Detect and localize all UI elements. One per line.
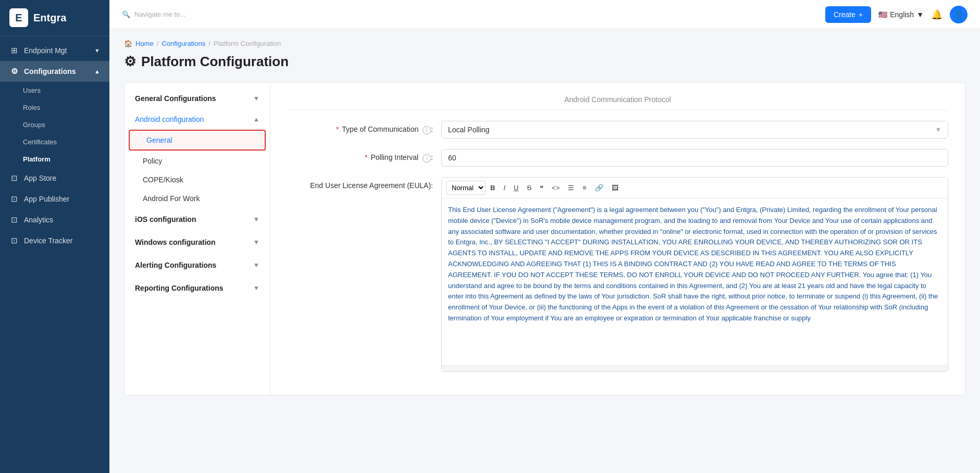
editor-underline-button[interactable]: U <box>510 182 522 194</box>
search-bar[interactable]: 🔍 Navigate me to... <box>122 10 330 18</box>
chevron-down-icon: ▼ <box>253 262 259 269</box>
general-configurations-label: General Configurations <box>135 94 216 103</box>
device-tracker-icon: ⊡ <box>9 236 19 245</box>
user-avatar[interactable]: 👤 <box>950 6 967 23</box>
reporting-configurations-header[interactable]: Reporting Configurations ▼ <box>125 277 270 300</box>
type-of-communication-select[interactable]: Local Polling ▼ <box>441 121 948 139</box>
eula-text: This End User License Agreement ("Agreem… <box>448 206 938 322</box>
editor-horizontal-scrollbar[interactable] <box>442 365 948 371</box>
config-item-cope-kiosk[interactable]: COPE/Kiosk <box>125 170 270 189</box>
topbar-right: Create + 🇺🇸 English ▼ 🔔 👤 <box>825 6 967 23</box>
eula-label-text: End User License Agreement (EULA): <box>310 181 433 190</box>
sidebar-item-users[interactable]: Users <box>17 82 109 99</box>
editor-code-button[interactable]: <> <box>548 182 563 194</box>
panel-section-title: Android Communication Protocol <box>287 95 948 110</box>
language-selector[interactable]: 🇺🇸 English ▼ <box>878 10 924 19</box>
type-of-communication-control: Local Polling ▼ <box>441 121 948 139</box>
sidebar-item-endpoint-mgt[interactable]: ⊞ Endpoint Mgt ▼ <box>0 40 109 61</box>
sidebar-item-roles[interactable]: Roles <box>17 99 109 116</box>
windows-configuration-label: Windows configuration <box>135 238 216 246</box>
sidebar-item-certificates[interactable]: Certificates <box>17 133 109 151</box>
chevron-down-icon: ▼ <box>94 47 100 54</box>
info-icon[interactable]: i <box>423 126 431 134</box>
chevron-up-icon: ▲ <box>253 116 259 123</box>
sidebar-label-endpoint-mgt: Endpoint Mgt <box>24 46 67 55</box>
logo-text: Entgra <box>33 12 66 24</box>
breadcrumb-sep2: / <box>208 40 210 47</box>
create-label: Create <box>834 10 855 19</box>
chevron-down-icon: ▼ <box>253 284 259 292</box>
breadcrumb: 🏠 Home / Configurations / Platform Confi… <box>124 40 965 47</box>
sidebar-label-device-tracker: Device Tracker <box>24 236 72 245</box>
editor-content[interactable]: This End User License Agreement ("Agreem… <box>442 198 948 365</box>
alerting-configurations-header[interactable]: Alerting Configurations ▼ <box>125 254 270 277</box>
editor-bold-button[interactable]: B <box>487 182 499 194</box>
editor-ordered-list-button[interactable]: ≡ <box>579 182 590 194</box>
analytics-icon: ⊡ <box>9 215 19 225</box>
sidebar-item-analytics[interactable]: ⊡ Analytics <box>0 209 109 230</box>
config-menu: General Configurations ▼ Android configu… <box>125 83 270 395</box>
android-configuration-header[interactable]: Android configuration ▲ <box>125 110 270 129</box>
form-row-polling-interval: * Polling Interval i: <box>287 149 948 167</box>
info-icon[interactable]: i <box>423 154 431 163</box>
sidebar-label-groups: Groups <box>23 121 45 129</box>
gear-icon: ⚙ <box>9 67 19 76</box>
alerting-configurations-label: Alerting Configurations <box>135 261 216 269</box>
sidebar-nav: ⊞ Endpoint Mgt ▼ ⚙ Configurations ▲ User… <box>0 36 109 473</box>
sidebar-item-device-tracker[interactable]: ⊡ Device Tracker <box>0 230 109 251</box>
page-title-icon: ⚙ <box>124 54 136 70</box>
grid-icon: ⊞ <box>9 46 19 55</box>
polling-interval-label: * Polling Interval i: <box>287 149 433 163</box>
language-label: English <box>890 10 914 19</box>
sidebar-item-groups[interactable]: Groups <box>17 116 109 133</box>
config-item-cope-kiosk-label: COPE/Kiosk <box>143 176 183 184</box>
chevron-down-icon: ▼ <box>253 95 259 102</box>
search-icon: 🔍 <box>122 10 130 18</box>
app-store-icon: ⊡ <box>9 173 19 183</box>
editor-unordered-list-button[interactable]: ☰ <box>564 182 578 194</box>
chevron-down-icon: ▼ <box>916 10 924 19</box>
editor-strikethrough-button[interactable]: S <box>523 182 535 194</box>
breadcrumb-configurations[interactable]: Configurations <box>162 40 205 47</box>
breadcrumb-home[interactable]: Home <box>135 40 154 47</box>
polling-interval-input[interactable] <box>441 149 948 167</box>
required-star: * <box>365 153 367 161</box>
sidebar-item-platform[interactable]: Platform <box>17 151 109 168</box>
polling-interval-text: Polling Interval <box>370 153 418 161</box>
sidebar-item-app-store[interactable]: ⊡ App Store <box>0 168 109 189</box>
config-item-general[interactable]: General <box>129 130 266 151</box>
breadcrumb-sep1: / <box>157 40 159 47</box>
config-item-android-for-work[interactable]: Android For Work <box>125 189 270 208</box>
ios-configuration-header[interactable]: iOS configuration ▼ <box>125 208 270 231</box>
sidebar-label-certificates: Certificates <box>23 138 57 146</box>
sidebar-label-platform: Platform <box>23 155 51 163</box>
eula-label: End User License Agreement (EULA): <box>287 177 433 190</box>
general-configurations-header[interactable]: General Configurations ▼ <box>125 87 270 110</box>
windows-configuration-header[interactable]: Windows configuration ▼ <box>125 231 270 254</box>
sidebar-label-analytics: Analytics <box>24 216 53 224</box>
form-row-eula: End User License Agreement (EULA): Norma… <box>287 177 948 372</box>
create-button[interactable]: Create + <box>825 6 871 23</box>
editor-image-button[interactable]: 🖼 <box>608 182 622 194</box>
config-item-policy[interactable]: Policy <box>125 152 270 170</box>
eula-control: Normal B I U S ❝ <> ☰ ≡ 🔗 <box>441 177 948 372</box>
rich-text-editor: Normal B I U S ❝ <> ☰ ≡ 🔗 <box>441 177 948 372</box>
editor-style-select[interactable]: Normal <box>446 181 486 195</box>
chevron-down-icon: ▼ <box>253 216 259 223</box>
editor-toolbar: Normal B I U S ❝ <> ☰ ≡ 🔗 <box>442 178 948 198</box>
sidebar-item-app-publisher[interactable]: ⊡ App Publisher <box>0 189 109 209</box>
avatar-icon: 👤 <box>953 9 964 19</box>
editor-italic-button[interactable]: I <box>500 182 509 194</box>
editor-link-button[interactable]: 🔗 <box>591 182 607 194</box>
editor-blockquote-button[interactable]: ❝ <box>536 182 547 194</box>
sidebar-label-roles: Roles <box>23 104 40 111</box>
config-panel: Android Communication Protocol * Type of… <box>270 83 965 395</box>
main-area: 🔍 Navigate me to... Create + 🇺🇸 English … <box>109 0 980 473</box>
sidebar-item-configurations[interactable]: ⚙ Configurations ▲ <box>0 61 109 82</box>
polling-interval-control <box>441 149 948 167</box>
sidebar: E Entgra ⊞ Endpoint Mgt ▼ ⚙ Configuratio… <box>0 0 109 473</box>
content-area: 🏠 Home / Configurations / Platform Confi… <box>109 29 980 473</box>
form-row-type-of-communication: * Type of Communication i: Local Polling… <box>287 121 948 139</box>
notification-bell-icon[interactable]: 🔔 <box>931 9 942 20</box>
config-layout: General Configurations ▼ Android configu… <box>124 82 965 395</box>
